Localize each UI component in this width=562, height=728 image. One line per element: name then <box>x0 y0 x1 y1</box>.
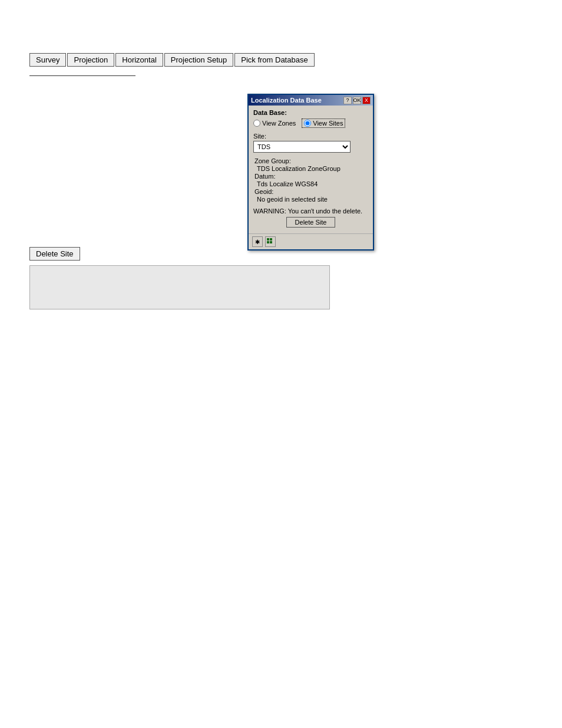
database-section-label: Data Base: <box>253 109 368 116</box>
svg-rect-2 <box>267 241 269 243</box>
radio-view-sites-label: View Sites <box>313 120 343 127</box>
tab-horizontal[interactable]: Horizontal <box>115 53 163 67</box>
radio-view-sites-item[interactable]: View Sites <box>302 118 345 128</box>
dialog-delete-site-button[interactable]: Delete Site <box>286 217 336 228</box>
dialog-titlebar: Localization Data Base ? OK X <box>249 95 373 106</box>
svg-rect-1 <box>270 238 272 241</box>
radio-group-database: View Zones View Sites <box>253 118 368 128</box>
footer-grid-icon[interactable] <box>265 236 276 247</box>
datum-value: Tds Localize WGS84 <box>254 180 318 187</box>
dialog-title: Localization Data Base <box>251 97 322 104</box>
zone-group-value: TDS Localization ZoneGroup <box>254 165 340 172</box>
geoid-row: Geoid: <box>253 188 368 195</box>
geoid-value-row: No geoid in selected site <box>253 196 368 203</box>
svg-rect-3 <box>270 241 272 243</box>
datum-label: Datum: <box>254 173 275 180</box>
radio-view-zones[interactable] <box>253 120 260 127</box>
radio-view-zones-item[interactable]: View Zones <box>253 118 296 128</box>
tab-underline <box>29 75 135 76</box>
dialog-ok-button[interactable]: OK <box>353 97 361 104</box>
geoid-label: Geoid: <box>254 188 273 195</box>
zone-group-row: Zone Group: <box>253 157 368 164</box>
tab-survey[interactable]: Survey <box>29 53 66 67</box>
geoid-value: No geoid in selected site <box>254 196 328 203</box>
site-dropdown-row: TDS <box>253 141 368 153</box>
dialog-help-button[interactable]: ? <box>343 97 352 104</box>
grid-svg <box>266 238 275 246</box>
localization-database-dialog: Localization Data Base ? OK X Data Base:… <box>247 94 374 251</box>
site-dropdown[interactable]: TDS <box>253 141 351 153</box>
main-delete-site-button[interactable]: Delete Site <box>29 247 80 261</box>
zone-group-label: Zone Group: <box>254 157 291 164</box>
text-area-box <box>29 265 330 309</box>
star-symbol: ✱ <box>255 239 260 245</box>
tab-projection[interactable]: Projection <box>67 53 114 67</box>
footer-star-icon[interactable]: ✱ <box>252 236 263 247</box>
tab-bar: Survey Projection Horizontal Projection … <box>0 0 562 73</box>
datum-value-row: Tds Localize WGS84 <box>253 180 368 187</box>
dialog-title-buttons: ? OK X <box>343 97 371 104</box>
radio-view-sites[interactable] <box>304 120 311 127</box>
dialog-footer: ✱ <box>249 233 373 249</box>
zone-group-value-row: TDS Localization ZoneGroup <box>253 165 368 172</box>
tab-projection-setup[interactable]: Projection Setup <box>164 53 233 67</box>
radio-view-zones-label: View Zones <box>262 120 296 127</box>
tab-pick-from-database[interactable]: Pick from Database <box>234 53 314 67</box>
datum-row: Datum: <box>253 173 368 180</box>
dialog-body: Data Base: View Zones View Sites Site: T… <box>249 106 373 233</box>
dialog-close-button[interactable]: X <box>362 97 371 104</box>
warning-text: WARNING: You can't undo the delete. <box>253 207 368 215</box>
svg-rect-0 <box>267 238 269 241</box>
site-field-label: Site: <box>253 133 368 140</box>
